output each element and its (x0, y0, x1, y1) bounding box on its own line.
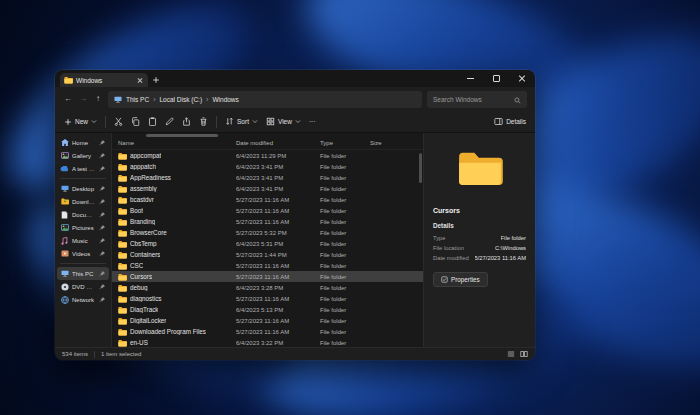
details-view-toggle-icon[interactable] (507, 350, 515, 358)
file-date-modified: 6/4/2023 3:41 PM (236, 164, 320, 170)
search-input[interactable]: Search Windows (427, 91, 527, 108)
copy-icon[interactable] (131, 117, 140, 126)
sidebar-item-desktop[interactable]: Desktop (57, 182, 109, 195)
large-icons-view-toggle-icon[interactable] (520, 350, 528, 358)
up-icon[interactable]: ↑ (93, 95, 103, 103)
sidebar-item-videos[interactable]: Videos (57, 247, 109, 260)
column-header-name[interactable]: Name (118, 140, 236, 146)
sidebar-item-documents[interactable]: Documents (57, 208, 109, 221)
file-row[interactable]: diagnostics 5/27/2023 11:16 AM File fold… (112, 293, 423, 304)
paste-icon[interactable] (148, 117, 157, 126)
file-row[interactable]: AppReadiness 6/4/2023 3:41 PM File folde… (112, 172, 423, 183)
folder-icon (118, 152, 127, 160)
pin-icon (99, 153, 106, 159)
breadcrumb-chevron-icon[interactable]: › (153, 96, 155, 103)
sidebar-item-icon (60, 185, 69, 192)
sidebar-item-home[interactable]: Home (57, 136, 109, 149)
file-row[interactable]: Branding 5/27/2023 11:16 AM File folder (112, 216, 423, 227)
column-header-type[interactable]: Type (320, 140, 370, 146)
sidebar-item-label: Videos (72, 251, 96, 257)
sidebar-item-icon (60, 166, 69, 172)
breadcrumb[interactable]: This PC›Local Disk (C:)›Windows (108, 91, 422, 108)
sidebar-item-music[interactable]: Music (57, 234, 109, 247)
tab-windows[interactable]: Windows (60, 73, 148, 87)
column-header-size[interactable]: Size (370, 140, 423, 146)
sidebar-item-pictures[interactable]: Pictures (57, 221, 109, 234)
file-row[interactable]: CSC 5/27/2023 11:16 AM File folder (112, 260, 423, 271)
more-options-button[interactable]: ··· (309, 118, 316, 125)
file-name: BrowserCore (130, 229, 167, 236)
file-row[interactable]: appcompat 6/4/2023 11:29 PM File folder (112, 150, 423, 161)
file-row[interactable]: debug 6/4/2023 3:28 PM File folder (112, 282, 423, 293)
view-button[interactable]: View (266, 117, 301, 126)
breadcrumb-item[interactable]: Local Disk (C:) (159, 96, 202, 103)
toolbar-separator (216, 116, 217, 128)
sidebar-item-icon (60, 283, 69, 291)
file-row[interactable]: Boot 5/27/2023 11:16 AM File folder (112, 205, 423, 216)
maximize-button[interactable] (483, 70, 509, 87)
sidebar-item-icon (60, 139, 69, 146)
file-explorer-window: Windows ← → ↑ This PC›Local Disk (C:)›Wi… (55, 70, 535, 360)
file-row[interactable]: Cursors 5/27/2023 11:16 AM File folder (112, 271, 423, 282)
file-row[interactable]: DiagTrack 6/4/2023 5:13 PM File folder (112, 304, 423, 315)
file-date-modified: 5/27/2023 11:16 AM (236, 318, 320, 324)
file-row[interactable]: apppatch 6/4/2023 3:41 PM File folder (112, 161, 423, 172)
details-section-label[interactable]: Details (424, 222, 535, 229)
file-name: diagnostics (130, 295, 162, 302)
details-toggle-button[interactable]: Details (494, 117, 526, 126)
close-button[interactable] (509, 70, 535, 87)
file-type: File folder (320, 241, 370, 247)
properties-button[interactable]: Properties (433, 272, 488, 287)
rename-icon[interactable] (165, 117, 174, 126)
file-name: debug (130, 284, 148, 291)
sidebar-item-this-pc[interactable]: This PC (57, 267, 109, 280)
file-row[interactable]: CbsTemp 6/4/2023 5:31 PM File folder (112, 238, 423, 249)
sidebar-item-a-test-personal[interactable]: A test - Personal (57, 162, 109, 175)
file-row[interactable]: en-US 6/4/2023 3:22 PM File folder (112, 337, 423, 347)
file-row[interactable]: Downloaded Program Files 5/27/2023 11:16… (112, 326, 423, 337)
file-date-modified: 5/27/2023 11:16 AM (236, 219, 320, 225)
file-row[interactable]: assembly 6/4/2023 3:41 PM File folder (112, 183, 423, 194)
folder-icon (118, 163, 127, 171)
minimize-button[interactable] (457, 70, 483, 87)
file-row[interactable]: BrowserCore 5/27/2023 5:32 PM File folde… (112, 227, 423, 238)
details-title: Cursors (424, 207, 535, 214)
sidebar-item-dvd-drive-d-ccc[interactable]: DVD Drive (D:) CCC (57, 280, 109, 293)
file-date-modified: 6/4/2023 3:41 PM (236, 175, 320, 181)
details-label: File location (433, 245, 464, 251)
breadcrumb-item[interactable]: This PC (126, 96, 149, 103)
file-date-modified: 5/27/2023 11:16 AM (236, 208, 320, 214)
file-name: AppReadiness (130, 174, 171, 181)
sidebar-item-downloads[interactable]: Downloads (57, 195, 109, 208)
file-row[interactable]: Containers 5/27/2023 1:44 PM File folder (112, 249, 423, 260)
new-button[interactable]: New (64, 118, 97, 126)
file-type: File folder (320, 164, 370, 170)
item-count: 534 items (62, 351, 88, 357)
tab-strip: Windows (55, 70, 535, 87)
breadcrumb-item[interactable]: Windows (212, 96, 238, 103)
folder-icon (118, 240, 127, 248)
sidebar-item-network[interactable]: Network (57, 293, 109, 306)
column-header-date-modified[interactable]: Date modified (236, 140, 320, 146)
details-value: File folder (501, 235, 526, 241)
file-row[interactable]: bcastdvr 5/27/2023 11:16 AM File folder (112, 194, 423, 205)
breadcrumb-chevron-icon[interactable]: › (206, 96, 208, 103)
new-tab-button[interactable] (148, 73, 164, 87)
file-date-modified: 6/4/2023 11:29 PM (236, 153, 320, 159)
folder-icon (118, 273, 127, 281)
delete-icon[interactable] (199, 117, 208, 126)
address-bar: ← → ↑ This PC›Local Disk (C:)›Windows Se… (55, 87, 535, 111)
forward-icon[interactable]: → (78, 95, 88, 103)
cut-icon[interactable] (114, 117, 123, 126)
tab-close-icon[interactable] (136, 76, 144, 84)
vertical-scrollbar-thumb[interactable] (419, 153, 422, 183)
sort-button[interactable]: Sort (225, 117, 258, 126)
sidebar-item-gallery[interactable]: Gallery (57, 149, 109, 162)
file-type: File folder (320, 318, 370, 324)
file-row[interactable]: DigitalLocker 5/27/2023 11:16 AM File fo… (112, 315, 423, 326)
share-icon[interactable] (182, 117, 191, 126)
sidebar-item-icon (60, 152, 69, 159)
horizontal-scrollbar-thumb[interactable] (146, 134, 218, 137)
file-type: File folder (320, 153, 370, 159)
back-icon[interactable]: ← (63, 95, 73, 103)
